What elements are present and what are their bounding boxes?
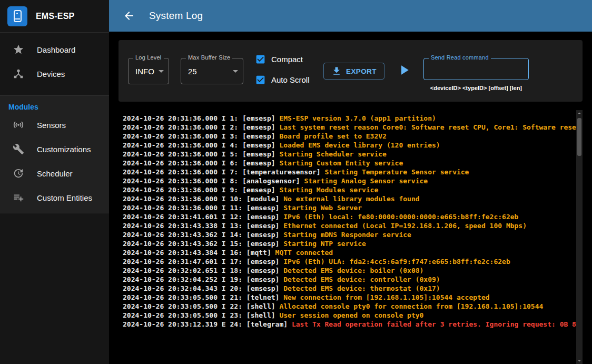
send-read-submit-button[interactable] — [396, 62, 412, 78]
star-icon — [13, 44, 24, 55]
sidebar-item-sensors[interactable]: Sensors — [0, 113, 109, 137]
log-panel: 2024-10-26 20:31:36.000 I 1: [emsesp] EM… — [119, 110, 583, 364]
export-button[interactable]: EXPORT — [323, 63, 384, 80]
log-line-message: Starting Scheduler service — [279, 150, 387, 158]
max-buffer-value: 25 — [188, 67, 197, 76]
export-label: EXPORT — [346, 67, 377, 75]
log-line: 2024-10-26 20:31:47.601 I 17: [emsesp] I… — [123, 257, 576, 266]
log-line-message: Starting Web Server — [283, 204, 362, 212]
log-line: 2024-10-26 20:31:36.000 I 10: [module] N… — [123, 194, 576, 203]
log-line-message: EMS-ESP version 3.7.0 (app1 partition) — [279, 114, 436, 122]
log-scrollbar[interactable] — [576, 110, 583, 364]
checkbox-label: Compact — [271, 55, 303, 64]
log-line-meta: 2024-10-26 20:32:04.252 I 19: [emsesp] — [123, 276, 283, 283]
log-line-meta: 2024-10-26 20:31:36.000 I 10: [module] — [123, 195, 283, 203]
page-title: System Log — [149, 10, 203, 22]
scroll-down-icon[interactable] — [576, 358, 583, 364]
log-line: 2024-10-26 20:33:12.319 E 24: [telegram]… — [123, 320, 576, 329]
send-read-field: Send Read command — [423, 58, 529, 80]
log-line-message: No external library modules found — [283, 195, 419, 203]
log-line: 2024-10-26 20:32:02.651 I 18: [emsesp] D… — [123, 266, 576, 275]
checkbox-checked-icon — [255, 74, 266, 85]
log-line-meta: 2024-10-26 20:31:43.384 I 16: [mqtt] — [123, 249, 275, 257]
log-line-meta: 2024-10-26 20:32:04.343 I 20: [emsesp] — [123, 284, 283, 292]
device-hub-icon — [13, 68, 24, 80]
chevron-down-icon — [155, 65, 167, 77]
log-line-meta: 2024-10-26 20:33:12.319 E 24: [telegram] — [123, 320, 292, 328]
log-line: 2024-10-26 20:31:36.000 I 9: [emsesp] St… — [123, 185, 576, 194]
log-line-message: Starting mDNS Responder service — [283, 231, 411, 239]
log-line-meta: 2024-10-26 20:31:43.362 I 14: [emsesp] — [123, 231, 283, 239]
log-line-meta: 2024-10-26 20:31:36.000 I 5: [emsesp] — [123, 150, 279, 158]
log-line: 2024-10-26 20:31:43.362 I 14: [emsesp] S… — [123, 230, 576, 239]
log-option-checkboxes: CompactAuto Scroll — [255, 54, 312, 85]
log-line-meta: 2024-10-26 20:31:36.000 I 9: [emsesp] — [123, 186, 279, 194]
max-buffer-select[interactable]: Max Buffer Size 25 — [181, 58, 243, 84]
scroll-up-icon[interactable] — [576, 110, 583, 116]
log-line-meta: 2024-10-26 20:31:36.000 I 11: [emsesp] — [123, 204, 283, 212]
log-line-message: Ethernet connected (Local IP=192.168.1.2… — [283, 222, 527, 230]
log-line-message: Starting Analog Sensor service — [304, 177, 428, 185]
log-line: 2024-10-26 20:31:41.601 I 12: [emsesp] I… — [123, 212, 576, 221]
checkbox-compact[interactable]: Compact — [255, 54, 312, 65]
download-icon — [331, 66, 342, 76]
log-line-meta: 2024-10-26 20:31:43.362 I 15: [emsesp] — [123, 240, 283, 248]
checkbox-label: Auto Scroll — [271, 75, 310, 84]
log-line-message: User session opened on console pty0 — [279, 311, 423, 319]
log-line-message: Allocated console pty0 for connection fr… — [279, 302, 543, 310]
log-line-meta: 2024-10-26 20:33:05.500 I 21: [telnet] — [123, 293, 283, 301]
sidebar-item-scheduler[interactable]: Scheduler — [0, 161, 109, 185]
log-line-meta: 2024-10-26 20:31:43.338 I 13: [emsesp] — [123, 222, 283, 230]
log-level-select[interactable]: Log Level INFO — [128, 58, 169, 84]
sidebar-item-dashboard[interactable]: Dashboard — [0, 37, 109, 62]
log-line: 2024-10-26 20:31:36.000 I 7: [temperatur… — [123, 168, 576, 176]
sidebar-item-label: Dashboard — [37, 45, 75, 54]
log-line-meta: 2024-10-26 20:33:05.500 I 22: [shell] — [123, 302, 279, 310]
sidebar-header: EMS-ESP — [0, 0, 109, 33]
log-line-message: Detected EMS device: controller (0x09) — [283, 276, 440, 283]
log-line: 2024-10-26 20:31:36.000 I 4: [emsesp] Lo… — [123, 141, 576, 150]
log-line-message: Loaded EMS device library (120 entries) — [279, 141, 440, 149]
sidebar-item-custom-entities[interactable]: Custom Entities — [0, 185, 109, 210]
playlist-add-icon — [13, 192, 24, 203]
log-level-label: Log Level — [133, 54, 164, 61]
boiler-icon — [14, 10, 22, 22]
chevron-down-icon — [229, 65, 242, 77]
checkbox-auto-scroll[interactable]: Auto Scroll — [255, 74, 312, 85]
log-line: 2024-10-26 20:31:36.000 I 1: [emsesp] EM… — [123, 114, 576, 123]
app-logo — [7, 6, 27, 26]
log-line: 2024-10-26 20:31:43.384 I 16: [mqtt] MQT… — [123, 248, 576, 257]
max-buffer-label: Max Buffer Size — [186, 54, 232, 61]
log-line-message: Last system reset reason Core0: Software… — [279, 123, 576, 131]
log-line: 2024-10-26 20:31:36.000 I 3: [emsesp] Bo… — [123, 132, 576, 141]
log-line-message: Starting NTP service — [283, 240, 366, 248]
sidebar-item-label: Sensors — [37, 121, 66, 130]
sidebar-item-label: Scheduler — [37, 169, 73, 178]
sidebar-item-customizations[interactable]: Customizations — [0, 137, 109, 161]
log-line: 2024-10-26 20:33:05.500 I 22: [shell] Al… — [123, 302, 576, 311]
sidebar-nav-top: DashboardDevices — [0, 33, 109, 95]
log-line-message: Board profile set to E32V2 — [279, 132, 387, 140]
update-icon — [13, 168, 24, 179]
scrollbar-thumb[interactable] — [577, 118, 581, 156]
sidebar-modules-section: Modules SensorsCustomizationsSchedulerCu… — [0, 95, 109, 213]
sidebar-item-devices[interactable]: Devices — [0, 62, 109, 86]
sidebar: EMS-ESP DashboardDevices Modules Sensors… — [0, 0, 109, 364]
log-line-meta: 2024-10-26 20:31:36.000 I 3: [emsesp] — [123, 132, 279, 140]
sidebar-nav-modules: SensorsCustomizationsSchedulerCustom Ent… — [0, 113, 109, 210]
log-line-message: Last Tx Read operation failed after 3 re… — [292, 320, 576, 328]
back-button[interactable] — [123, 9, 135, 22]
log-line-message: Detected EMS device: boiler (0x08) — [283, 267, 423, 274]
log-line-message: IPv6 (Eth) ULA: fda2:4cc5:6af9:f747:e665… — [283, 258, 510, 265]
log-line-meta: 2024-10-26 20:31:36.000 I 2: [emsesp] — [123, 123, 279, 131]
arrow-back-icon — [123, 9, 135, 22]
log-line: 2024-10-26 20:32:04.252 I 19: [emsesp] D… — [123, 275, 576, 284]
log-output: 2024-10-26 20:31:36.000 I 1: [emsesp] EM… — [119, 110, 576, 364]
send-read-input[interactable] — [429, 64, 523, 74]
play-icon — [396, 62, 412, 78]
sidebar-item-label: Devices — [37, 70, 65, 78]
log-level-value: INFO — [135, 67, 154, 76]
log-line: 2024-10-26 20:31:36.000 I 6: [emsesp] St… — [123, 159, 576, 168]
app-root: EMS-ESP DashboardDevices Modules Sensors… — [0, 0, 592, 364]
appbar: System Log — [109, 0, 592, 32]
